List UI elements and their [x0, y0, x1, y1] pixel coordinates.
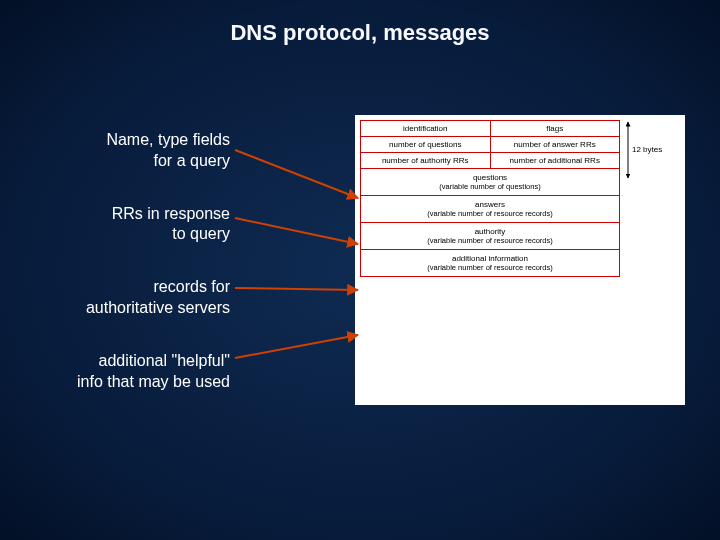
- label-authority: records for authoritative servers: [60, 277, 230, 319]
- dns-message-diagram: identification flags number of questions…: [360, 120, 620, 277]
- cell-flags: flags: [491, 121, 620, 136]
- section-questions-sub: (variable number of questions): [363, 182, 617, 191]
- label-response-line1: RRs in response: [60, 204, 230, 225]
- header-row-3: number of authority RRs number of additi…: [360, 152, 620, 168]
- label-additional: additional "helpful" info that may be us…: [60, 351, 230, 393]
- arrow-authority: [235, 288, 358, 290]
- slide-title: DNS protocol, messages: [0, 20, 720, 46]
- cell-num-answers: number of answer RRs: [491, 137, 620, 152]
- section-answers-sub: (variable number of resource records): [363, 209, 617, 218]
- cell-num-authority: number of authority RRs: [361, 153, 490, 168]
- arrow-additional: [235, 335, 358, 358]
- label-additional-line2: info that may be used: [60, 372, 230, 393]
- label-query-line1: Name, type fields: [60, 130, 230, 151]
- section-questions-title: questions: [363, 173, 617, 182]
- section-answers-title: answers: [363, 200, 617, 209]
- label-additional-line1: additional "helpful": [60, 351, 230, 372]
- label-query-line2: for a query: [60, 151, 230, 172]
- arrow-response: [235, 218, 358, 244]
- section-authority: authority (variable number of resource r…: [360, 222, 620, 249]
- section-questions: questions (variable number of questions): [360, 168, 620, 195]
- label-query: Name, type fields for a query: [60, 130, 230, 172]
- cell-num-questions: number of questions: [361, 137, 490, 152]
- section-authority-sub: (variable number of resource records): [363, 236, 617, 245]
- header-row-1: identification flags: [360, 120, 620, 136]
- label-authority-line2: authoritative servers: [60, 298, 230, 319]
- section-authority-title: authority: [363, 227, 617, 236]
- label-column: Name, type fields for a query RRs in res…: [60, 130, 230, 424]
- section-additional-title: additional information: [363, 254, 617, 263]
- bytes-label: 12 bytes: [630, 145, 664, 154]
- section-additional-sub: (variable number of resource records): [363, 263, 617, 272]
- section-answers: answers (variable number of resource rec…: [360, 195, 620, 222]
- cell-identification: identification: [361, 121, 490, 136]
- cell-num-additional: number of additional RRs: [491, 153, 620, 168]
- section-additional: additional information (variable number …: [360, 249, 620, 277]
- label-authority-line1: records for: [60, 277, 230, 298]
- header-row-2: number of questions number of answer RRs: [360, 136, 620, 152]
- label-response-line2: to query: [60, 224, 230, 245]
- arrow-query: [235, 150, 358, 198]
- label-response: RRs in response to query: [60, 204, 230, 246]
